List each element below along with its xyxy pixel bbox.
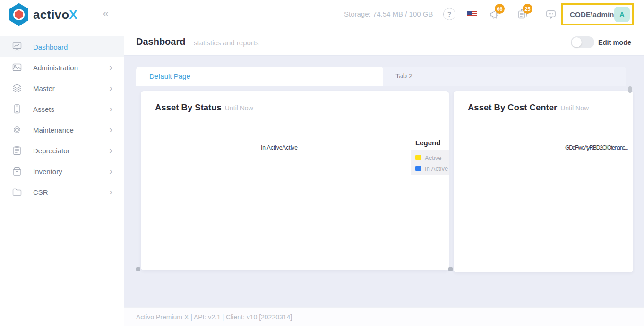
hexagon-logo-icon <box>9 3 29 26</box>
reports-badge: 25 <box>523 4 532 14</box>
widget-header: Asset By StatusUntil Now <box>155 102 253 113</box>
edit-mode-label: Edit mode <box>598 39 631 46</box>
layers-icon <box>11 83 23 94</box>
legend-swatch-active <box>415 155 421 160</box>
device-icon <box>11 103 23 115</box>
legend-title: Legend <box>415 139 440 147</box>
edit-mode-toggle[interactable] <box>571 36 594 48</box>
widget-title: Asset By Cost Center <box>468 102 557 112</box>
page-subtitle: statistics and reports <box>194 39 259 47</box>
sidebar-item-maintenance[interactable]: Maintenance › <box>0 119 124 140</box>
title-divider <box>187 36 187 49</box>
user-name: CODE\admin <box>570 10 614 18</box>
sidebar: activoX « Dashboard Administration › Mas… <box>0 0 124 326</box>
legend-item-in-active[interactable]: In Active <box>415 164 449 173</box>
legend-swatch-in-active <box>415 166 421 171</box>
chevron-right-icon: › <box>109 104 112 113</box>
sidebar-item-label: Assets <box>33 105 54 113</box>
avatar: A <box>614 7 630 22</box>
chevron-right-icon: › <box>109 166 112 176</box>
flag-canton <box>467 11 472 15</box>
widget-asset-by-status: Asset By StatusUntil Now In ActiveActive… <box>141 91 449 270</box>
sidebar-item-label: Dashboard <box>33 43 68 51</box>
footer: Activo Premium X | API: v2.1 | Client: v… <box>124 307 644 326</box>
legend-label: In Active <box>425 165 448 172</box>
chart-overlapping-labels: GDdFweAyRBD2OIOtenanc... <box>565 144 627 151</box>
page-header: Dashboard statistics and reports Edit mo… <box>124 29 644 55</box>
sidebar-menu: Dashboard Administration › Master › Asse… <box>0 36 124 202</box>
inventory-box-icon <box>11 166 23 177</box>
dashboard-tabs: Default Page Tab 2 <box>136 67 626 86</box>
chat-icon[interactable] <box>545 8 557 21</box>
clipboard-icon <box>11 145 23 156</box>
sidebar-item-label: Administration <box>33 64 78 72</box>
chevron-right-icon: › <box>109 83 112 92</box>
help-glyph: ? <box>447 10 452 18</box>
chart-overlapping-labels: In ActiveActive <box>261 144 298 151</box>
legend-item-active[interactable]: Active <box>415 153 449 162</box>
sidebar-item-label: Master <box>33 84 55 92</box>
folder-icon <box>11 186 23 198</box>
sidebar-item-depreciator[interactable]: Depreciator › <box>0 140 124 161</box>
sidebar-item-master[interactable]: Master › <box>0 78 124 99</box>
announcements-badge: 66 <box>495 4 505 14</box>
toggle-knob <box>572 37 582 47</box>
app-name: activoX <box>33 8 77 22</box>
tab-default-page[interactable]: Default Page <box>136 67 383 86</box>
tab-label: Default Page <box>149 72 190 80</box>
sidebar-item-label: Depreciator <box>33 147 70 155</box>
help-icon[interactable]: ? <box>443 8 455 20</box>
widget-title: Asset By Status <box>155 102 222 112</box>
gear-icon <box>11 124 23 135</box>
chevron-right-icon: › <box>109 187 112 196</box>
sidebar-item-inventory[interactable]: Inventory › <box>0 161 124 182</box>
sidebar-item-assets[interactable]: Assets › <box>0 99 124 119</box>
sidebar-collapse-icon[interactable]: « <box>103 8 109 19</box>
widget-asset-by-cost-center: Asset By Cost CenterUntil Now GDdFweAyRB… <box>454 91 633 272</box>
legend-label: Active <box>425 154 441 161</box>
sidebar-item-dashboard[interactable]: Dashboard <box>0 36 124 57</box>
tab-2[interactable]: Tab 2 <box>395 72 413 80</box>
user-menu[interactable]: CODE\admin A <box>561 3 634 25</box>
chevron-right-icon: › <box>109 62 112 72</box>
widget-resize-handle[interactable] <box>448 267 453 271</box>
widget-subtitle: Until Now <box>225 104 253 112</box>
widget-subtitle: Until Now <box>560 104 589 112</box>
sidebar-item-label: CSR <box>33 188 48 196</box>
footer-version-text: Activo Premium X | API: v2.1 | Client: v… <box>136 313 292 321</box>
storage-indicator: Storage: 74.54 MB / 100 GB <box>344 10 433 18</box>
chevron-right-icon: › <box>109 145 112 155</box>
chevron-right-icon: › <box>109 125 112 134</box>
widget-header: Asset By Cost CenterUntil Now <box>468 102 589 113</box>
language-flag-icon[interactable] <box>467 11 477 17</box>
page-title: Dashboard <box>136 36 185 47</box>
image-icon <box>11 62 23 73</box>
legend-panel: Active In Active <box>411 150 449 175</box>
vertical-scrollbar-thumb[interactable] <box>628 86 632 93</box>
sidebar-item-label: Inventory <box>33 167 62 176</box>
topbar: Storage: 74.54 MB / 100 GB ? 66 25 CODE\… <box>124 0 644 29</box>
sidebar-item-label: Maintenance <box>33 126 74 134</box>
widget-resize-handle[interactable] <box>136 267 140 271</box>
presentation-chart-icon <box>11 41 23 52</box>
sidebar-item-csr[interactable]: CSR › <box>0 182 124 202</box>
sidebar-item-administration[interactable]: Administration › <box>0 57 124 78</box>
